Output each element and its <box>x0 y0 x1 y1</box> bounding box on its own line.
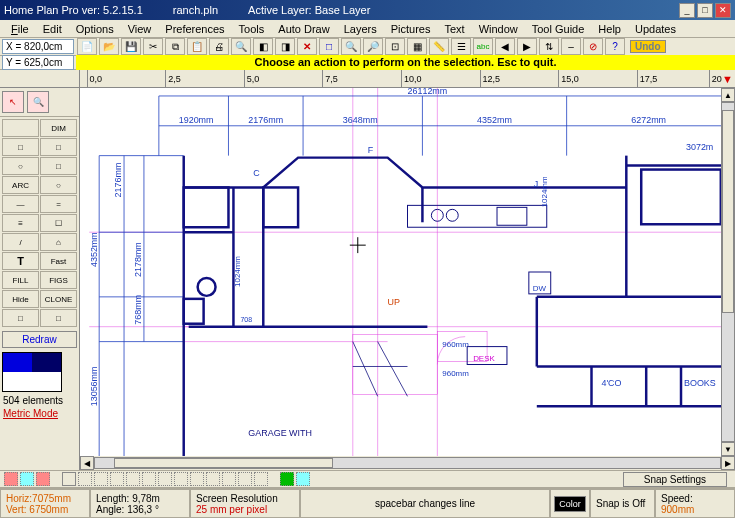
close-button[interactable]: ✕ <box>715 3 731 18</box>
menu-layers[interactable]: Layers <box>337 22 384 36</box>
linestyle-10[interactable] <box>222 472 236 486</box>
tool-line[interactable]: — <box>2 195 39 213</box>
drawing-canvas[interactable]: 26112mm 1920mm 2176mm 3648mm 4352mm 6272… <box>80 88 735 456</box>
tool-wall[interactable]: ≡ <box>2 214 39 232</box>
color-button[interactable]: Color <box>554 496 586 512</box>
tb-fwd[interactable]: ▶ <box>517 38 537 55</box>
tb-new[interactable]: 📄 <box>77 38 97 55</box>
tool-circle1[interactable]: ○ <box>2 157 39 175</box>
tool-blank[interactable] <box>2 119 39 137</box>
menu-tools[interactable]: Tools <box>232 22 272 36</box>
tool-rect2[interactable]: □ <box>40 138 77 156</box>
tb-print[interactable]: 🖨 <box>209 38 229 55</box>
zoom-icon[interactable]: 🔍 <box>27 91 49 113</box>
tb-box-blue[interactable]: □ <box>319 38 339 55</box>
linestyle-6[interactable] <box>158 472 172 486</box>
vertical-scrollbar[interactable]: ▲ ▼ <box>721 88 735 456</box>
status-snap[interactable]: Snap is Off <box>596 498 649 509</box>
tb-zoom-window[interactable]: ⊡ <box>385 38 405 55</box>
coord-x[interactable]: X = 820,0cm <box>2 39 74 54</box>
tb-grid[interactable]: ▦ <box>407 38 427 55</box>
snap-settings-button[interactable]: Snap Settings <box>623 472 727 487</box>
tb-cut[interactable]: ✂ <box>143 38 163 55</box>
tb-close-x[interactable]: ✕ <box>297 38 317 55</box>
tb-dash[interactable]: – <box>561 38 581 55</box>
tb-measure[interactable]: 📏 <box>429 38 449 55</box>
tool-arc[interactable]: ARC <box>2 176 39 194</box>
metric-mode-toggle[interactable]: Metric Mode <box>0 407 79 420</box>
menu-preferences[interactable]: Preferences <box>158 22 231 36</box>
tb-abc[interactable]: abc <box>473 38 493 55</box>
tb-layers[interactable]: ☰ <box>451 38 471 55</box>
menu-pictures[interactable]: Pictures <box>384 22 438 36</box>
tool-figs[interactable]: FIGS <box>40 271 77 289</box>
menu-help[interactable]: Help <box>591 22 628 36</box>
tool-circle2[interactable]: ○ <box>40 176 77 194</box>
menu-file[interactable]: File <box>4 22 36 36</box>
scale-down-icon[interactable] <box>4 472 18 486</box>
tb-zoom-in[interactable]: 🔍 <box>341 38 361 55</box>
horizontal-scrollbar[interactable]: ◀ ▶ <box>80 456 735 470</box>
maximize-button[interactable]: □ <box>697 3 713 18</box>
scroll-up-icon[interactable]: ▲ <box>721 88 735 102</box>
linestyle-3[interactable] <box>110 472 124 486</box>
menu-window[interactable]: Window <box>472 22 525 36</box>
menu-auto-draw[interactable]: Auto Draw <box>271 22 336 36</box>
tb-incdec[interactable]: ⇅ <box>539 38 559 55</box>
scroll-left-icon[interactable]: ◀ <box>80 456 94 470</box>
menu-view[interactable]: View <box>121 22 159 36</box>
tb-help[interactable]: ? <box>605 38 625 55</box>
cursor-tool-icon[interactable]: ↖ <box>2 91 24 113</box>
tool-double-line[interactable]: = <box>40 195 77 213</box>
remove-style-icon[interactable] <box>296 472 310 486</box>
menu-options[interactable]: Options <box>69 22 121 36</box>
tb-paste[interactable]: 📋 <box>187 38 207 55</box>
tool-hide[interactable]: Hide <box>2 290 39 308</box>
scroll-right-icon[interactable]: ▶ <box>721 456 735 470</box>
undo-button[interactable]: Undo <box>630 40 666 53</box>
menu-text[interactable]: Text <box>437 22 471 36</box>
tb-find[interactable]: 🔍 <box>231 38 251 55</box>
linestyle-4[interactable] <box>126 472 140 486</box>
linestyle-solid[interactable] <box>62 472 76 486</box>
linestyle-1[interactable] <box>78 472 92 486</box>
tb-misc1[interactable]: ◧ <box>253 38 273 55</box>
menu-updates[interactable]: Updates <box>628 22 683 36</box>
menu-tool-guide[interactable]: Tool Guide <box>525 22 592 36</box>
tb-save[interactable]: 💾 <box>121 38 141 55</box>
linestyle-5[interactable] <box>142 472 156 486</box>
scale-up-icon[interactable] <box>36 472 50 486</box>
tool-dim[interactable]: DIM <box>40 119 77 137</box>
add-style-icon[interactable] <box>280 472 294 486</box>
tb-zoom-out[interactable]: 🔎 <box>363 38 383 55</box>
linestyle-9[interactable] <box>206 472 220 486</box>
hscroll-thumb[interactable] <box>114 458 333 468</box>
linestyle-11[interactable] <box>238 472 252 486</box>
tool-rect1[interactable]: □ <box>2 138 39 156</box>
linestyle-8[interactable] <box>190 472 204 486</box>
tb-stop[interactable]: ⊘ <box>583 38 603 55</box>
tool-fill[interactable]: FILL <box>2 271 39 289</box>
color-selector[interactable] <box>2 352 62 392</box>
scale-handle-icon[interactable] <box>20 472 34 486</box>
tb-misc2[interactable]: ◨ <box>275 38 295 55</box>
tb-open[interactable]: 📂 <box>99 38 119 55</box>
linestyle-7[interactable] <box>174 472 188 486</box>
tool-extra2[interactable]: □ <box>40 309 77 327</box>
minimize-button[interactable]: _ <box>679 3 695 18</box>
vscroll-thumb[interactable] <box>722 110 734 313</box>
redraw-button[interactable]: Redraw <box>2 331 77 348</box>
coord-y[interactable]: Y = 625,0cm <box>2 55 74 70</box>
menu-edit[interactable]: Edit <box>36 22 69 36</box>
linestyle-12[interactable] <box>254 472 268 486</box>
linestyle-2[interactable] <box>94 472 108 486</box>
tool-fast[interactable]: Fast <box>40 252 77 270</box>
tool-clone[interactable]: CLONE <box>40 290 77 308</box>
tool-window[interactable]: ☐ <box>40 214 77 232</box>
tool-text[interactable]: T <box>2 252 39 270</box>
tool-extra1[interactable]: □ <box>2 309 39 327</box>
tool-diag[interactable]: / <box>2 233 39 251</box>
tb-back[interactable]: ◀ <box>495 38 515 55</box>
scroll-down-icon[interactable]: ▼ <box>721 442 735 456</box>
tool-door[interactable]: ⌂ <box>40 233 77 251</box>
